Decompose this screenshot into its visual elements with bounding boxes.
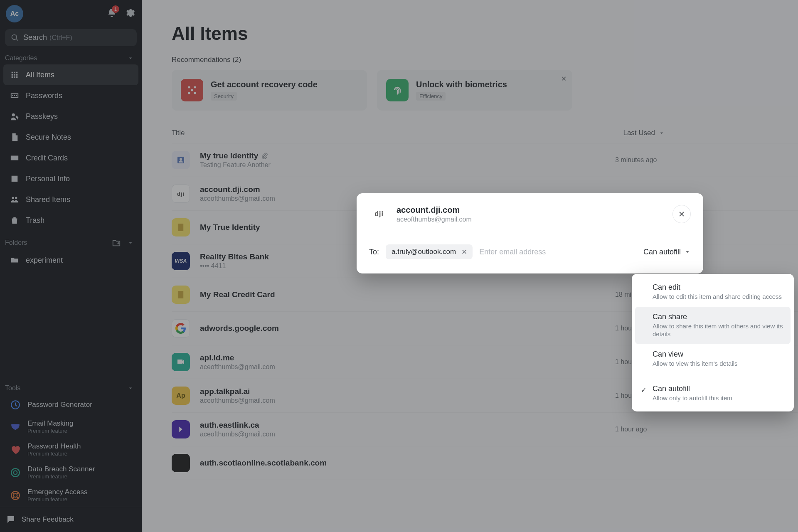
email-chip[interactable]: a.truly@outlook.com ✕ (386, 244, 473, 259)
permission-option-can-share[interactable]: Can share Allow to share this item with … (635, 307, 791, 344)
check-icon: ✓ (641, 386, 646, 394)
modal-title: account.dji.com (397, 205, 672, 215)
share-modal: dji account.dji.com aceofthumbs@gmail.co… (357, 193, 703, 273)
permission-dropdown: Can edit Allow to edit this item and sha… (632, 274, 794, 411)
close-icon (677, 210, 686, 218)
chevron-down-icon (684, 249, 691, 255)
dji-icon: dji (369, 204, 389, 224)
close-button[interactable] (672, 205, 691, 223)
to-label: To: (369, 248, 379, 256)
permission-option-can-autofill[interactable]: ✓ Can autofill Allow only to autofill th… (635, 379, 791, 408)
remove-icon[interactable]: ✕ (460, 248, 468, 256)
permission-dropdown-trigger[interactable]: Can autofill (643, 248, 691, 256)
permission-option-can-edit[interactable]: Can edit Allow to edit this item and sha… (635, 277, 791, 307)
dropdown-separator (637, 376, 789, 376)
permission-option-can-view[interactable]: Can view Allow to view this item's detai… (635, 344, 791, 374)
modal-subtitle: aceofthumbs@gmail.com (397, 216, 672, 223)
email-input[interactable] (479, 248, 637, 256)
